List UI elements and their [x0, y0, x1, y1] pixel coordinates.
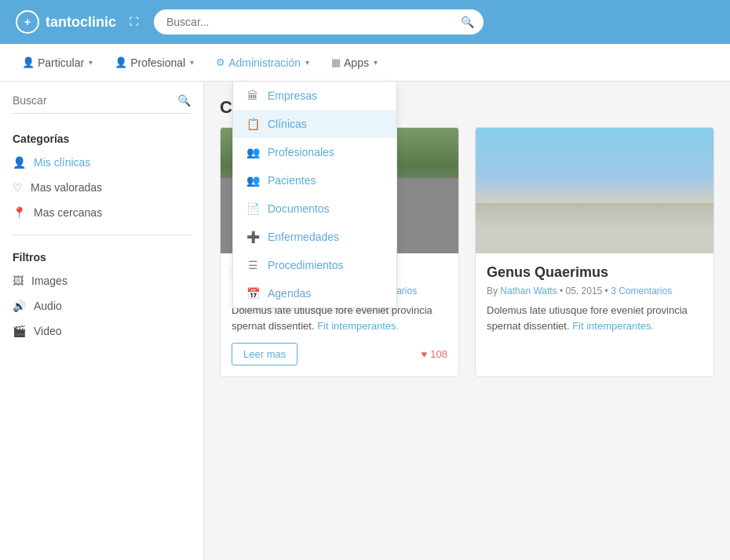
date-2: 05, 2015 [566, 285, 603, 296]
dropdown-item-pacientes[interactable]: 👥 Pacientes [233, 166, 396, 195]
dropdown-label-enfermedades: Enfermedades [268, 231, 339, 243]
dropdown-label-procedimientos: Procedimientos [268, 259, 344, 271]
profesionales-icon: 👥 [246, 146, 260, 158]
sidebar-label-audio: Audio [34, 300, 62, 312]
nav-item-apps[interactable]: ▦ Apps ▾ [322, 52, 387, 74]
by-label-2: By [487, 285, 498, 296]
dropdown-label-clinicas: Clínicas [268, 118, 307, 130]
search-input[interactable] [154, 9, 484, 35]
card-title-2: Genus Quaerimus [487, 264, 703, 281]
dropdown-item-clinicas[interactable]: 📋 Clínicas [233, 110, 396, 138]
enfermedades-icon: ➕ [246, 231, 260, 243]
sidebar: 🔍 Categorías 👤 Mis clínicas ♡ Mas valora… [0, 82, 204, 560]
nav-label-apps: Apps [344, 56, 369, 69]
sidebar-item-mas-cercanas[interactable]: 📍 Mas cercanas [0, 200, 203, 225]
sidebar-item-video[interactable]: 🎬 Video [0, 318, 203, 344]
dropdown-item-enfermedades[interactable]: ➕ Enfermedades [233, 223, 396, 251]
sidebar-label-mis-clinicas: Mis clínicas [34, 156, 90, 169]
top-nav: + tantoclinic ⛶ 🔍 [0, 0, 730, 44]
search-bar: 🔍 [154, 9, 484, 35]
sidebar-item-images[interactable]: 🖼 Images [0, 268, 203, 293]
chevron-profesional: ▾ [190, 58, 194, 67]
read-more-button-1[interactable]: Leer mas [232, 343, 297, 365]
profesional-icon: 👤 [115, 56, 127, 68]
comments-2[interactable]: 3 Comentarios [611, 285, 672, 296]
video-icon: 🎬 [13, 325, 26, 337]
heart-icon-1: ♥ [422, 348, 428, 360]
card-footer-1: Leer mas ♥ 108 [232, 343, 447, 365]
apps-icon: ▦ [331, 56, 341, 68]
dropdown-item-agendas[interactable]: 📅 Agendas [233, 279, 396, 307]
filters-title: Filtros [0, 245, 203, 268]
sidebar-item-mis-clinicas[interactable]: 👤 Mis clínicas [0, 150, 203, 175]
dot-3: • [560, 285, 563, 296]
dropdown-label-pacientes: Pacientes [268, 174, 316, 187]
card-text-2: Dolemus late utiusque fore eveniet provi… [487, 303, 703, 333]
nav-label-administracion: Administración [228, 56, 301, 69]
dot-4: • [605, 285, 608, 296]
chevron-apps: ▾ [374, 58, 378, 67]
logo-area[interactable]: + tantoclinic ⛶ [16, 10, 141, 34]
card-image-2 [476, 128, 714, 253]
expand-icon: ⛶ [129, 16, 138, 27]
clinicas-icon: 📋 [246, 118, 260, 130]
audio-icon: 🔊 [13, 300, 26, 312]
search-icon-top: 🔍 [461, 16, 474, 28]
dropdown-label-agendas: Agendas [268, 287, 311, 300]
dropdown-label-profesionales: Profesionales [268, 146, 334, 158]
sidebar-label-mas-valoradas: Mas valoradas [31, 181, 102, 194]
sidebar-search: 🔍 [13, 94, 191, 114]
sidebar-label-video: Video [34, 325, 62, 337]
logo-icon: + [16, 10, 39, 34]
nav-label-particular: Particular [38, 56, 84, 69]
second-nav: 👤 Particular ▾ 👤 Profesional ▾ ⚙ Adminis… [0, 44, 730, 82]
dropdown-item-empresas[interactable]: 🏛 Empresas [233, 82, 396, 110]
sidebar-search-input[interactable] [13, 94, 177, 107]
mas-valoradas-icon: ♡ [13, 181, 23, 194]
sidebar-divider [13, 235, 191, 235]
nav-item-particular[interactable]: 👤 Particular ▾ [13, 52, 102, 74]
nav-item-profesional[interactable]: 👤 Profesional ▾ [105, 52, 203, 74]
agendas-icon: 📅 [246, 287, 260, 300]
dropdown-item-procedimientos[interactable]: ☰ Procedimientos [233, 251, 396, 279]
likes-1: ♥ 108 [422, 348, 447, 360]
admin-dropdown: 🏛 Empresas 📋 Clínicas 👥 Profesionales 👥 … [232, 82, 397, 308]
author-2[interactable]: Nathan Watts [500, 285, 557, 296]
empresas-icon: 🏛 [246, 89, 260, 102]
card-2: Genus Quaerimus By Nathan Watts • 05, 20… [475, 127, 714, 377]
dropdown-item-profesionales[interactable]: 👥 Profesionales [233, 138, 396, 166]
images-icon: 🖼 [13, 275, 24, 287]
procedimientos-icon: ☰ [246, 259, 260, 271]
logo-text: tantoclinic [46, 14, 116, 31]
nav-label-profesional: Profesional [130, 56, 185, 69]
card-meta-2: By Nathan Watts • 05, 2015 • 3 Comentari… [487, 285, 703, 296]
pacientes-icon: 👥 [246, 174, 260, 187]
sidebar-item-mas-valoradas[interactable]: ♡ Mas valoradas [0, 175, 203, 200]
categories-title: Categorías [0, 126, 203, 150]
dropdown-item-documentos[interactable]: 📄 Documentos [233, 195, 396, 223]
dropdown-label-documentos: Documentos [268, 202, 330, 215]
documentos-icon: 📄 [246, 202, 260, 215]
sidebar-item-audio[interactable]: 🔊 Audio [0, 293, 203, 318]
sidebar-search-icon: 🔍 [177, 94, 191, 107]
particular-icon: 👤 [22, 56, 35, 68]
card-link-1[interactable]: Fit intemperantes. [317, 320, 399, 332]
chevron-administracion: ▾ [305, 58, 309, 67]
card-link-2[interactable]: Fit intemperantes. [572, 320, 654, 332]
card-body-2: Genus Quaerimus By Nathan Watts • 05, 20… [476, 253, 714, 354]
nav-item-administracion[interactable]: ⚙ Administración ▾ [206, 52, 319, 74]
chevron-particular: ▾ [89, 58, 93, 67]
mis-clinicas-icon: 👤 [13, 156, 26, 169]
mas-cercanas-icon: 📍 [13, 206, 26, 219]
sidebar-label-images: Images [31, 275, 68, 287]
sidebar-label-mas-cercanas: Mas cercanas [34, 206, 102, 219]
administracion-icon: ⚙ [216, 56, 225, 68]
likes-count-1: 108 [430, 348, 447, 360]
dropdown-label-empresas: Empresas [268, 89, 317, 102]
